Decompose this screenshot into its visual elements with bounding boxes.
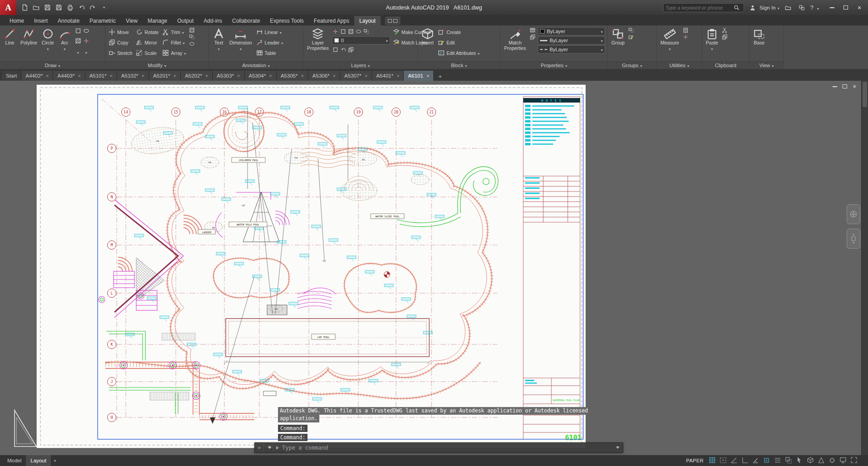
redo-icon[interactable] — [87, 3, 98, 13]
close-tab-icon[interactable] — [427, 73, 429, 78]
ungroup-icon[interactable] — [628, 27, 635, 34]
command-line[interactable]: × Type a command — [254, 442, 623, 453]
fillet-button[interactable]: Fillet — [161, 37, 187, 48]
paste-button[interactable]: Paste — [704, 27, 719, 61]
help-caret-icon[interactable] — [817, 4, 819, 12]
layer-off-icon[interactable] — [332, 28, 339, 35]
copy-clip-icon[interactable] — [721, 34, 728, 40]
polyline-button[interactable]: Polyline — [19, 27, 39, 61]
ribbon-tab-output[interactable]: Output — [172, 16, 198, 25]
doc-close-icon[interactable]: × — [853, 83, 856, 90]
draw-more-icon[interactable] — [77, 48, 79, 56]
array-button[interactable]: Array — [161, 48, 187, 58]
ribbon-tab-layout[interactable]: Layout — [354, 16, 381, 25]
offset-icon[interactable] — [188, 40, 195, 47]
edit-attributes-button[interactable]: Edit Attributes — [437, 48, 481, 58]
rectangle-icon[interactable] — [75, 28, 81, 36]
panel-block-footer[interactable]: Block — [418, 61, 500, 69]
panel-layers-footer[interactable]: Layers — [303, 61, 417, 69]
table-button[interactable]: Table — [255, 48, 284, 58]
layer-lock-icon[interactable] — [347, 28, 354, 35]
layer-isolate-icon[interactable] — [355, 28, 362, 35]
mirror-button[interactable]: Mirror — [135, 37, 159, 48]
create-block-button[interactable]: Create — [437, 27, 481, 37]
ribbon-tab-express-tools[interactable]: Express Tools — [265, 16, 308, 25]
ribbon-tab-insert[interactable]: Insert — [29, 16, 53, 25]
autocad-logo-button[interactable]: A — [0, 0, 16, 15]
vertical-scrollbar[interactable] — [861, 81, 868, 455]
close-tab-icon[interactable] — [237, 73, 240, 78]
help-search-box[interactable] — [663, 3, 744, 12]
ellipse-icon[interactable] — [83, 28, 89, 36]
ribbon-tab-annotate[interactable]: Annotate — [53, 16, 84, 25]
new-layout-button[interactable] — [51, 458, 60, 463]
point-icon[interactable] — [83, 38, 89, 46]
help-icon[interactable]: ? — [810, 4, 813, 11]
drawing-area[interactable]: N O T E S — [0, 81, 868, 455]
line-button[interactable]: Line — [2, 27, 17, 61]
file-tab[interactable]: A5307* — [340, 71, 372, 81]
copy-button[interactable]: Copy — [108, 37, 133, 48]
arc-button[interactable]: Arc — [57, 27, 72, 61]
group-button[interactable]: Group — [610, 27, 626, 61]
app-store-icon[interactable] — [783, 3, 793, 12]
file-tab[interactable]: A5401* — [372, 71, 404, 81]
ribbon-display-toggle[interactable] — [385, 17, 400, 25]
ribbon-tab-parametric[interactable]: Parametric — [84, 16, 121, 25]
panel-modify-footer[interactable]: Modify — [105, 61, 208, 69]
doc-restore-icon[interactable] — [843, 84, 847, 88]
drawing-canvas[interactable]: N O T E S — [0, 81, 868, 455]
panel-properties-footer[interactable]: Properties — [501, 61, 607, 69]
paper-space-indicator[interactable]: PAPER — [686, 458, 704, 463]
ribbon-tab-featured-apps[interactable]: Featured Apps — [309, 16, 354, 25]
undo-icon[interactable] — [76, 3, 87, 13]
file-tab[interactable]: A5306* — [308, 71, 340, 81]
layout-tab[interactable]: Layout — [26, 455, 51, 466]
layer-walk-icon[interactable] — [332, 46, 339, 53]
explode-icon[interactable] — [188, 34, 195, 40]
status-icons[interactable] — [708, 456, 863, 465]
close-tab-icon[interactable] — [365, 73, 367, 78]
maximize-button[interactable] — [839, 2, 853, 13]
file-tab[interactable]: A4402* — [21, 71, 53, 81]
close-tab-icon[interactable] — [333, 73, 336, 78]
ribbon-tab-collaborate[interactable]: Collaborate — [227, 16, 265, 25]
save-as-icon[interactable] — [53, 3, 64, 13]
match-properties-button[interactable]: Match Properties — [503, 27, 527, 61]
open-icon[interactable] — [30, 3, 41, 13]
stretch-button[interactable]: Stretch — [108, 48, 133, 58]
file-tab[interactable]: A5305* — [277, 71, 308, 81]
file-tab[interactable]: A5102* — [117, 71, 149, 81]
panel-utilities-footer[interactable]: Utilities — [657, 61, 702, 69]
search-icon[interactable] — [732, 3, 742, 12]
leader-button[interactable]: Leader — [255, 37, 284, 48]
layer-merge-icon[interactable] — [347, 46, 354, 53]
circle-button[interactable]: Circle — [40, 27, 55, 61]
close-tab-icon[interactable] — [397, 73, 399, 78]
erase-icon[interactable] — [188, 27, 195, 34]
plot-icon[interactable] — [64, 3, 75, 13]
lineweight-dropdown[interactable]: ByLayer — [538, 36, 605, 44]
close-tab-icon[interactable] — [205, 73, 208, 78]
edit-block-button[interactable]: Edit — [437, 37, 481, 48]
object-color-dropdown[interactable]: ByLayer — [538, 27, 605, 35]
file-tab[interactable]: A4403* — [53, 71, 85, 81]
panel-view-footer[interactable]: View — [749, 61, 784, 69]
insert-button[interactable]: Insert — [420, 27, 435, 61]
model-tab[interactable]: Model — [3, 455, 26, 466]
new-drawing-icon[interactable] — [19, 3, 30, 13]
command-recent-caret-icon[interactable] — [613, 446, 623, 449]
transparency-icon[interactable] — [529, 34, 536, 40]
file-tab[interactable]: A5304* — [245, 71, 277, 81]
close-tab-icon[interactable] — [46, 73, 49, 78]
a360-icon[interactable] — [797, 3, 807, 12]
ribbon-tab-view[interactable]: View — [121, 16, 143, 25]
command-customize-icon[interactable] — [264, 443, 273, 452]
scale-button[interactable]: Scale — [135, 48, 159, 58]
file-tab-start[interactable]: Start — [2, 71, 21, 81]
text-button[interactable]: Text — [211, 27, 226, 61]
file-tab[interactable]: A5202* — [181, 71, 213, 81]
close-button[interactable]: × — [853, 2, 866, 13]
close-tab-icon[interactable] — [269, 73, 272, 78]
layer-dropdown[interactable]: 0 — [332, 36, 390, 44]
